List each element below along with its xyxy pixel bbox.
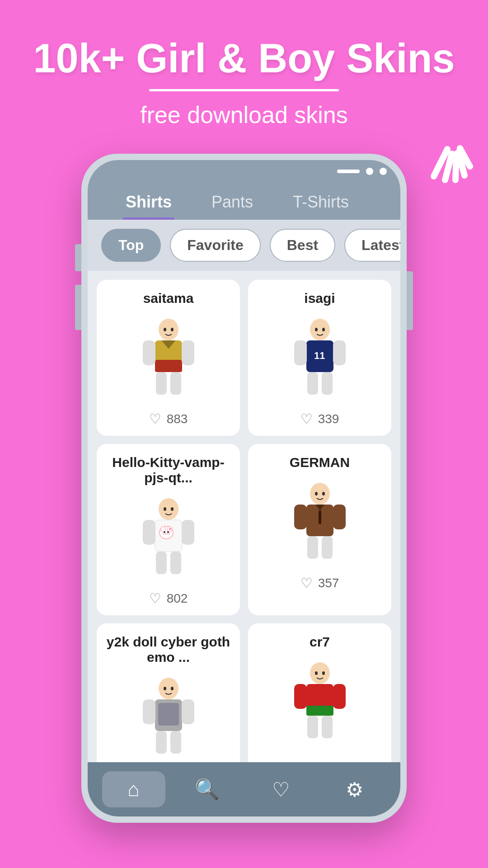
svg-point-16 [315,328,318,331]
svg-rect-33 [163,533,170,534]
heart-icon-hello-kitty: ♡ [149,590,161,606]
filter-favorite[interactable]: Favorite [170,229,260,262]
heart-icon-isagi: ♡ [300,411,313,427]
filter-best[interactable]: Best [270,229,335,262]
card-likes-isagi: ♡ 339 [300,411,339,427]
phone-screen: Shirts Pants T-Shirts Top Favorite Bes [88,160,400,816]
skins-grid: saitama [97,280,391,762]
card-avatar-hello-kitty [123,493,214,583]
svg-point-38 [310,483,330,505]
svg-rect-63 [307,716,318,738]
phone-outer: Shirts Pants T-Shirts Top Favorite Bes [81,154,407,823]
svg-point-25 [164,507,166,511]
card-title-y2k: y2k doll cyber goth emo ... [106,634,231,665]
tab-shirts[interactable]: Shirts [106,183,192,220]
search-icon: 🔍 [195,778,220,801]
svg-rect-46 [322,536,333,559]
svg-point-47 [159,678,178,699]
svg-point-26 [171,507,174,511]
heart-icon-german: ♡ [300,575,313,591]
header-title: 10k+ Girl & Boy Skins [27,36,461,81]
card-title-saitama: saitama [106,291,231,306]
svg-rect-61 [294,684,307,709]
svg-rect-35 [182,520,194,545]
card-title-german: GERMAN [257,455,382,470]
svg-rect-12 [182,340,194,365]
svg-point-40 [322,492,325,495]
svg-point-15 [310,319,330,340]
gear-icon: ⚙ [346,778,363,801]
svg-rect-34 [143,520,155,545]
svg-point-58 [322,671,325,675]
filter-bar: Top Favorite Best Latest [88,220,400,271]
card-title-hello-kitty: Hello-Kitty-vamp-pjs-qt... [106,455,231,486]
svg-rect-22 [307,372,318,395]
svg-rect-37 [170,552,181,574]
svg-rect-64 [322,716,333,738]
card-likes-hello-kitty: ♡ 802 [149,590,188,606]
card-cr7[interactable]: cr7 [248,623,391,762]
svg-line-2 [455,154,456,180]
svg-rect-11 [143,340,155,365]
svg-point-49 [171,687,174,690]
card-likes-saitama: ♡ 883 [149,411,188,427]
tab-tshirts[interactable]: T-Shirts [273,183,369,220]
card-avatar-y2k [123,672,214,762]
card-saitama[interactable]: saitama [97,280,240,436]
card-isagi[interactable]: isagi 11 [248,280,391,436]
filter-latest[interactable]: Latest [344,229,400,262]
svg-point-57 [315,671,318,675]
nav-home[interactable]: ⌂ [102,771,165,807]
svg-rect-14 [170,372,181,395]
bottom-nav: ⌂ 🔍 ♡ ⚙ [88,762,400,816]
card-likes-german: ♡ 357 [300,575,339,591]
card-avatar-cr7 [275,657,365,747]
header-subtitle: free download skins [27,101,461,128]
svg-rect-55 [170,731,181,754]
svg-point-39 [315,492,318,495]
svg-point-31 [164,531,165,533]
svg-point-7 [171,328,174,331]
svg-point-56 [310,662,330,684]
svg-rect-54 [156,731,167,754]
power-button [407,271,413,330]
volume-down-button [75,285,81,330]
svg-rect-10 [155,360,182,372]
card-y2k[interactable]: y2k doll cyber goth emo ... [97,623,240,762]
svg-rect-52 [143,699,155,724]
heart-nav-icon: ♡ [272,778,290,801]
svg-rect-44 [333,505,346,529]
wifi-icon [366,168,373,175]
heart-icon-saitama: ♡ [149,411,161,427]
tab-bar: Shirts Pants T-Shirts [88,183,400,220]
svg-rect-62 [333,684,346,709]
svg-rect-45 [307,536,318,559]
svg-point-5 [159,319,178,340]
card-hello-kitty[interactable]: Hello-Kitty-vamp-pjs-qt... [97,444,240,615]
tab-pants[interactable]: Pants [192,183,273,220]
svg-rect-43 [294,505,307,529]
nav-favorites[interactable]: ♡ [249,771,313,807]
svg-point-17 [322,328,325,331]
content-area: saitama [88,271,400,762]
svg-rect-21 [333,340,346,365]
svg-rect-36 [156,552,167,574]
svg-point-48 [164,687,166,690]
nav-settings[interactable]: ⚙ [323,771,386,807]
card-avatar-saitama [123,313,214,404]
svg-point-6 [164,328,166,331]
phone-container: Shirts Pants T-Shirts Top Favorite Bes [81,154,407,823]
svg-rect-42 [319,510,321,524]
filter-top[interactable]: Top [101,229,161,262]
card-german[interactable]: GERMAN [248,444,391,615]
card-avatar-isagi: 11 [275,313,365,404]
volume-up-button [75,244,81,271]
signal-icon [337,170,360,173]
card-title-cr7: cr7 [257,634,382,650]
svg-point-32 [167,531,169,533]
card-title-isagi: isagi [257,291,382,306]
svg-rect-23 [322,372,333,395]
header-underline [149,89,339,91]
svg-rect-53 [182,699,194,724]
nav-search[interactable]: 🔍 [176,771,239,807]
